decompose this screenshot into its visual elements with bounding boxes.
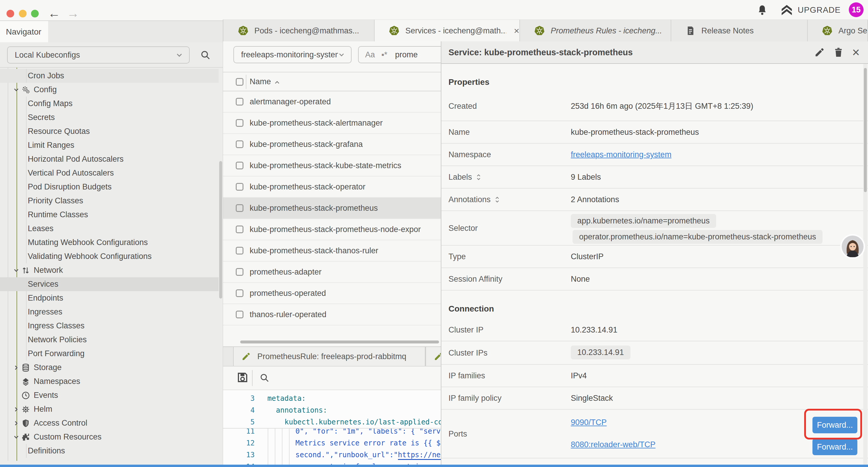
chevron-down-icon[interactable] xyxy=(13,267,20,274)
row-checkbox[interactable] xyxy=(236,247,243,255)
column-header-name[interactable]: Name xyxy=(250,77,271,86)
row-checkbox[interactable] xyxy=(236,268,243,276)
sidebar-item-config-maps[interactable]: Config Maps xyxy=(0,97,219,111)
namespace-filter-select[interactable]: freeleaps-monitoring-system xyxy=(234,46,351,63)
sidebar-item-events[interactable]: Events xyxy=(0,388,219,402)
sidebar-item-pod-disruption-budgets[interactable]: Pod Disruption Budgets xyxy=(0,180,219,194)
sidebar-item-priority-classes[interactable]: Priority Classes xyxy=(0,194,219,208)
tab-pods-icecheng-mathmas[interactable]: Pods - icecheng@mathmas... xyxy=(224,20,375,42)
sidebar-item-ingress-classes[interactable]: Ingress Classes xyxy=(0,319,219,333)
notification-badge[interactable]: 15 xyxy=(849,2,864,17)
close-tab-icon[interactable]: × xyxy=(514,25,519,36)
sidebar-item-mutating-webhook-configurations[interactable]: Mutating Webhook Configurations xyxy=(0,236,219,250)
expand-toggle-icon[interactable] xyxy=(476,173,482,181)
traffic-light-close-icon[interactable] xyxy=(6,10,14,18)
sidebar-item-limit-ranges[interactable]: Limit Ranges xyxy=(0,138,219,152)
chevron-right-icon[interactable] xyxy=(13,364,20,371)
expand-toggle-icon[interactable] xyxy=(494,196,500,203)
editor-search-icon[interactable] xyxy=(259,372,270,383)
regex-icon[interactable]: ▪* xyxy=(381,50,387,59)
sidebar-item-config[interactable]: Config xyxy=(0,83,219,97)
tab-argo-se[interactable]: Argo Se xyxy=(808,20,868,42)
sidebar-item-cron-jobs[interactable]: Cron Jobs xyxy=(0,69,219,83)
table-row-kube-prometheus-stack-prometheus[interactable]: kube-prometheus-stack-prometheus xyxy=(223,198,441,219)
namespace-link[interactable]: freeleaps-monitoring-system xyxy=(571,150,672,159)
sidebar-item-namespaces[interactable]: Namespaces xyxy=(0,375,219,388)
tab-services-icecheng-math[interactable]: Services - icecheng@math...× xyxy=(375,20,520,42)
upgrade-icon[interactable] xyxy=(780,4,794,17)
case-sensitive-icon[interactable]: Aa xyxy=(365,50,375,59)
badge-chip: app.kubernetes.io/name=prometheus xyxy=(571,214,716,228)
list-search-input[interactable]: Aa ▪* prome xyxy=(358,46,444,63)
sidebar-item-ingresses[interactable]: Ingresses xyxy=(0,305,219,319)
row-checkbox[interactable] xyxy=(236,140,243,148)
tab-release-notes[interactable]: Release Notes xyxy=(671,20,808,42)
sidebar-item-storage[interactable]: Storage xyxy=(0,360,219,375)
sidebar-item-validating-webhook-configurations[interactable]: Validating Webhook Configurations xyxy=(0,250,219,263)
dock-tab-prometheusrule-freeleaps-prod-rabbitmq[interactable]: PrometheusRule: freeleaps-prod-rabbitmq xyxy=(233,347,426,366)
edit-pencil-icon[interactable] xyxy=(814,47,825,58)
sidebar-item-resource-quotas[interactable]: Resource Quotas xyxy=(0,124,219,138)
chevron-down-icon[interactable] xyxy=(13,434,20,440)
sidebar-item-helm[interactable]: Helm xyxy=(0,402,219,416)
drawer-scrollbar[interactable] xyxy=(864,68,867,192)
sidebar-search-icon[interactable] xyxy=(200,49,211,61)
sidebar-item-secrets[interactable]: Secrets xyxy=(0,111,219,124)
row-checkbox[interactable] xyxy=(236,204,243,212)
row-checkbox[interactable] xyxy=(236,162,243,169)
sidebar-item-custom-resources[interactable]: Custom Resources xyxy=(0,430,219,444)
save-icon[interactable] xyxy=(236,371,249,384)
table-row-kube-prometheus-stack-prometheus-node-expor[interactable]: kube-prometheus-stack-prometheus-node-ex… xyxy=(223,219,441,240)
row-checkbox[interactable] xyxy=(236,98,243,106)
row-checkbox[interactable] xyxy=(236,183,243,191)
table-row-thanos-ruler-operated[interactable]: thanos-ruler-operated xyxy=(223,304,441,325)
chevron-right-icon[interactable] xyxy=(13,406,20,413)
forward-arrow-icon[interactable]: → xyxy=(67,7,79,20)
table-row-kube-prometheus-stack-operator[interactable]: kube-prometheus-stack-operator xyxy=(223,176,441,198)
back-arrow-icon[interactable]: ← xyxy=(48,7,60,20)
table-row-kube-prometheus-stack-thanos-ruler[interactable]: kube-prometheus-stack-thanos-ruler xyxy=(223,240,441,262)
sidebar-item-definitions[interactable]: Definitions xyxy=(0,444,219,458)
sort-asc-icon[interactable] xyxy=(274,80,280,86)
yaml-editor[interactable]: 110", "for": "1m", "labels": { "service"… xyxy=(223,389,441,465)
table-row-kube-prometheus-stack-alertmanager[interactable]: kube-prometheus-stack-alertmanager xyxy=(223,113,441,134)
forward-button-2[interactable]: Forward... xyxy=(812,439,857,455)
sidebar-item-endpoints[interactable]: Endpoints xyxy=(0,291,219,305)
table-row-kube-prometheus-stack-kube-state-metrics[interactable]: kube-prometheus-stack-kube-state-metrics xyxy=(223,155,441,176)
port-link-8080-reloader-web-tcp[interactable]: 8080:reloader-web/TCP xyxy=(571,440,656,449)
upgrade-label[interactable]: UPGRADE xyxy=(798,5,840,15)
table-row-prometheus-adapter[interactable]: prometheus-adapter xyxy=(223,262,441,283)
sidebar-item-runtime-classes[interactable]: Runtime Classes xyxy=(0,208,219,222)
tab-prometheus-rules-icecheng[interactable]: Prometheus Rules - icecheng... xyxy=(520,20,671,42)
tab-navigator[interactable]: Navigator xyxy=(0,21,48,43)
sidebar-item-network[interactable]: Network xyxy=(0,263,219,277)
traffic-light-minimize-icon[interactable] xyxy=(19,10,27,18)
delete-trash-icon[interactable] xyxy=(833,47,844,58)
table-row-alertmanager-operated[interactable]: alertmanager-operated xyxy=(223,91,441,113)
row-checkbox[interactable] xyxy=(236,311,243,318)
horizontal-scrollbar[interactable] xyxy=(240,341,439,344)
row-checkbox[interactable] xyxy=(236,119,243,127)
sidebar-item-services[interactable]: Services xyxy=(0,277,219,291)
table-row-prometheus-operated[interactable]: prometheus-operated xyxy=(223,283,441,304)
sidebar-item-horizontal-pod-autoscalers[interactable]: Horizontal Pod Autoscalers xyxy=(0,152,219,166)
sidebar-item-port-forwarding[interactable]: Port Forwarding xyxy=(0,347,219,360)
sidebar-scrollbar[interactable] xyxy=(219,161,222,298)
row-checkbox[interactable] xyxy=(236,289,243,297)
code-link[interactable]: https://net xyxy=(398,451,441,460)
kubeconfig-selector[interactable]: Local Kubeconfigs xyxy=(7,47,190,63)
sidebar-item-vertical-pod-autoscalers[interactable]: Vertical Pod Autoscalers xyxy=(0,166,219,180)
user-avatar[interactable] xyxy=(840,234,865,259)
sidebar-item-leases[interactable]: Leases xyxy=(0,222,219,236)
sidebar-item-access-control[interactable]: Access Control xyxy=(0,416,219,430)
sidebar-item-network-policies[interactable]: Network Policies xyxy=(0,333,219,347)
traffic-light-zoom-icon[interactable] xyxy=(31,10,39,18)
select-all-checkbox[interactable] xyxy=(236,78,243,86)
row-checkbox[interactable] xyxy=(236,226,243,233)
chevron-right-icon[interactable] xyxy=(13,420,20,427)
port-link-9090-tcp[interactable]: 9090/TCP xyxy=(571,418,607,427)
close-icon[interactable]: × xyxy=(852,45,860,60)
chevron-down-icon[interactable] xyxy=(13,87,20,93)
bell-icon[interactable] xyxy=(756,4,768,16)
table-row-kube-prometheus-stack-grafana[interactable]: kube-prometheus-stack-grafana xyxy=(223,134,441,155)
